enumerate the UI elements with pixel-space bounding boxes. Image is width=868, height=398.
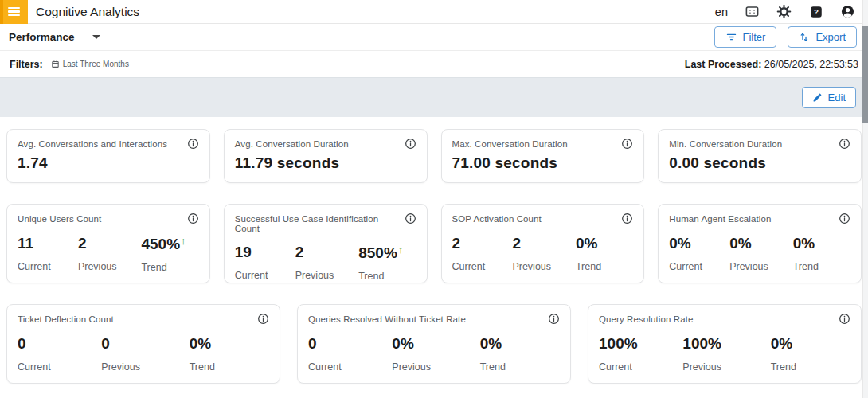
- vertical-scrollbar[interactable]: [862, 0, 868, 398]
- filters-label: Filters:: [10, 59, 43, 70]
- view-dropdown[interactable]: Performance: [9, 31, 100, 43]
- app-header: Cognitive Analytics en: [0, 0, 868, 24]
- info-icon[interactable]: [621, 138, 633, 150]
- stat-current-number: 19: [235, 244, 252, 260]
- stat-current-number: 0%: [669, 235, 690, 252]
- chevron-down-icon: [92, 35, 100, 39]
- kpi-card: Max. Conversation Duration71.00 seconds: [441, 129, 645, 183]
- kpi-card-title: Query Resolution Rate: [599, 313, 693, 324]
- kpi-stats-row: 11Current2Previous450%↑Trend: [18, 235, 199, 273]
- kpi-card: Successful Use Case Identification Count…: [224, 204, 428, 283]
- kpi-stats-row: 0%Current0%Previous0%Trend: [669, 235, 850, 272]
- menu-button[interactable]: [0, 0, 28, 24]
- edit-button[interactable]: Edit: [802, 87, 856, 108]
- kpi-stats-row: 0Current0Previous0%Trend: [18, 335, 269, 373]
- kpi-card-header: Queries Resolved Without Ticket Rate: [308, 313, 560, 325]
- kpi-row-2: Unique Users Count11Current2Previous450%…: [6, 204, 862, 283]
- kpi-card-title: Ticket Deflection Count: [18, 313, 114, 324]
- stat-current-number: 11: [18, 235, 33, 252]
- kpi-card-header: Max. Conversation Duration: [452, 138, 634, 150]
- stat-trend-label: Trend: [793, 261, 850, 272]
- page-toolbar: Performance Filter Export: [0, 24, 868, 51]
- dashboard-frame-icon[interactable]: [745, 4, 760, 19]
- stat-previous: 0%Previous: [729, 235, 793, 272]
- toolbar-actions: Filter Export: [714, 26, 859, 48]
- stat-trend-value: 0%: [793, 235, 850, 252]
- stat-previous-number: 2: [512, 235, 521, 252]
- stat-current-value: 0%: [669, 235, 729, 252]
- stat-current-value: 0: [308, 335, 392, 353]
- stat-current-label: Current: [235, 270, 295, 281]
- info-icon[interactable]: [839, 313, 850, 325]
- info-icon[interactable]: [405, 138, 416, 150]
- svg-text:?: ?: [814, 8, 819, 16]
- filter-button[interactable]: Filter: [714, 26, 777, 48]
- kpi-card: Min. Conversation Duration0.00 seconds: [658, 129, 862, 183]
- stat-previous-number: 0%: [392, 335, 413, 352]
- stat-current: 0Current: [308, 335, 392, 373]
- kpi-card-title: Min. Conversation Duration: [669, 138, 782, 149]
- kpi-card-header: Unique Users Count: [18, 213, 199, 224]
- info-icon[interactable]: [621, 213, 633, 224]
- language-selector[interactable]: en: [715, 6, 728, 18]
- stat-previous-value: 100%: [682, 335, 770, 353]
- settings-gear-icon[interactable]: [776, 4, 792, 19]
- edit-button-label: Edit: [828, 92, 846, 103]
- kpi-card-title: Avg. Conversations and Interactions: [18, 138, 167, 149]
- kpi-card: Ticket Deflection Count0Current0Previous…: [6, 304, 280, 384]
- stat-current: 100%Current: [599, 335, 682, 373]
- stat-previous-label: Previous: [392, 361, 479, 373]
- stat-trend-number: 0%: [771, 335, 792, 352]
- kpi-card-value: 0.00 seconds: [669, 154, 850, 172]
- stat-trend: 850%↑Trend: [358, 244, 416, 282]
- info-icon[interactable]: [839, 213, 850, 224]
- stat-previous: 2Previous: [78, 235, 142, 273]
- stat-current-label: Current: [308, 361, 392, 373]
- stat-previous-label: Previous: [101, 361, 189, 373]
- help-icon[interactable]: ?: [808, 4, 823, 19]
- info-icon[interactable]: [405, 213, 416, 224]
- filter-button-label: Filter: [743, 31, 766, 43]
- stat-trend-number: 0%: [576, 235, 597, 252]
- stat-current: 19Current: [235, 244, 295, 282]
- info-icon[interactable]: [187, 138, 199, 150]
- stat-previous-value: 2: [78, 235, 142, 252]
- kpi-card-header: Ticket Deflection Count: [18, 313, 269, 325]
- kpi-stats-row: 100%Current100%Previous0%Trend: [599, 335, 850, 373]
- stat-previous-label: Previous: [78, 261, 142, 272]
- kpi-row-3: Ticket Deflection Count0Current0Previous…: [6, 304, 862, 384]
- kpi-card-title: Max. Conversation Duration: [452, 138, 568, 149]
- stat-current-label: Current: [18, 261, 78, 272]
- scrollbar-thumb[interactable]: [862, 26, 868, 123]
- stat-previous: 100%Previous: [682, 335, 770, 373]
- stat-trend-label: Trend: [141, 262, 198, 273]
- stat-previous-label: Previous: [512, 261, 576, 272]
- stat-current-number: 0: [18, 335, 26, 352]
- stat-current-value: 100%: [599, 335, 682, 353]
- date-filter-chip[interactable]: Last Three Months: [51, 60, 129, 68]
- info-icon[interactable]: [257, 313, 269, 325]
- kpi-card-header: Avg. Conversation Duration: [235, 138, 416, 150]
- stat-previous-value: 0: [101, 335, 189, 353]
- filter-icon: [725, 31, 737, 43]
- kpi-card-title: Queries Resolved Without Ticket Rate: [308, 313, 466, 324]
- stat-previous: 2Previous: [512, 235, 576, 272]
- kpi-card-value: 71.00 seconds: [452, 154, 634, 172]
- filters-bar: Filters: Last Three Months Last Processe…: [0, 51, 868, 77]
- stat-trend-label: Trend: [576, 261, 633, 272]
- kpi-stats-row: 0Current0%Previous0%Trend: [308, 335, 560, 373]
- stat-trend-number: 850%: [358, 244, 397, 261]
- info-icon[interactable]: [187, 213, 199, 224]
- last-processed-label: Last Processed:: [685, 59, 762, 70]
- export-button-label: Export: [815, 31, 846, 43]
- stat-previous-number: 0: [101, 335, 110, 352]
- stat-current-label: Current: [669, 261, 729, 272]
- info-icon[interactable]: [548, 313, 560, 325]
- stat-trend-value: 0%: [771, 335, 850, 353]
- trend-up-icon: ↑: [398, 244, 404, 256]
- account-icon[interactable]: [840, 4, 855, 19]
- stat-current-label: Current: [452, 261, 513, 272]
- stat-trend-number: 0%: [190, 335, 211, 352]
- export-button[interactable]: Export: [788, 26, 857, 48]
- info-icon[interactable]: [839, 138, 850, 150]
